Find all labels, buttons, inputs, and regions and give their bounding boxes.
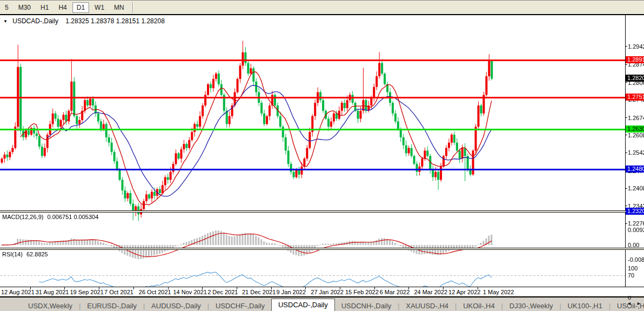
price-tick-label: 1.25420 <box>628 149 644 156</box>
trading-app-window: 5M30H1H4D1W1MN ▼ USDCAD-,Daily 1.28325 1… <box>0 0 644 311</box>
date-label: 26 Oct 2021 <box>139 289 171 295</box>
price-tick-label: 1.26080 <box>628 132 644 138</box>
date-tick-mark <box>133 287 134 289</box>
date-label: 27 Jan 2022 <box>311 289 344 295</box>
chart-tab-bar: USDX,Weekly|EURUSD-,Daily|AUDUSD-,Daily|… <box>0 296 644 311</box>
timeframe-mn-button[interactable]: MN <box>110 2 129 13</box>
level-price-tag: 1.26303 <box>626 125 644 133</box>
tab-xauusd-h4[interactable]: XAUUSD-,H4 <box>399 301 455 311</box>
chart-window: ▼ USDCAD-,Daily 1.28325 1.28378 1.28151 … <box>0 15 644 295</box>
level-price-tag: 1.24800 <box>626 166 644 173</box>
toolbar-separator <box>132 2 133 13</box>
date-label: 15 Feb 2022 <box>345 289 379 295</box>
level-price-tag: 1.27515 <box>626 94 644 101</box>
date-tick-mark <box>271 287 272 289</box>
price-tick-mark <box>625 188 627 189</box>
price-tick-mark <box>625 46 627 47</box>
price-tick-mark <box>625 82 627 83</box>
panel-splitter[interactable] <box>0 210 644 213</box>
level-price-tag: 1.28912 <box>626 56 644 63</box>
price-tick-label: 1.26740 <box>628 115 644 121</box>
price-tick-label: 1.24080 <box>628 185 644 191</box>
tab-usdcnh-daily[interactable]: USDCNH-,Daily <box>335 301 398 311</box>
date-label: 9 Jan 2022 <box>277 289 306 295</box>
timeframe-w1-button[interactable]: W1 <box>90 2 109 13</box>
tab-dj30-weekly[interactable]: DJ30-,Weekly <box>503 301 560 311</box>
date-label: 1 May 2022 <box>483 289 514 295</box>
date-label: 6 Mar 2022 <box>380 289 410 295</box>
date-label: 14 Nov 2021 <box>173 289 207 295</box>
timeframe-m30-button[interactable]: M30 <box>14 2 35 13</box>
price-tick-mark <box>625 153 627 153</box>
date-label: 21 Dec 2021 <box>242 289 276 295</box>
macd-tick-label: 0.009345 <box>628 227 644 233</box>
tab-scroll-left-button[interactable]: ◄ <box>627 301 632 306</box>
date-label: 31 Aug 2021 <box>36 289 69 295</box>
price-tick-mark <box>625 117 627 118</box>
tab-ukoil-h4[interactable]: UKOil-,H4 <box>457 301 501 311</box>
date-label: 2 Dec 2021 <box>207 289 238 295</box>
tab-eurusd-daily[interactable]: EURUSD-,Daily <box>81 301 143 311</box>
price-tick-label: 1.22760 <box>628 220 644 227</box>
macd-tick-label: -0.008902 <box>628 256 644 263</box>
date-tick-mark <box>408 287 409 289</box>
tab-usdchf-daily[interactable]: USDCHF-,Daily <box>209 301 271 311</box>
price-tick-mark <box>625 135 627 135</box>
date-tick-mark <box>168 287 169 289</box>
date-axis: 12 Aug 202131 Aug 202119 Sep 20217 Oct 2… <box>0 287 644 296</box>
date-label: 19 Sep 2021 <box>70 289 103 295</box>
rsi-tick-label: 100 <box>628 265 638 272</box>
tab-uk100-h1[interactable]: UK100-,H1 <box>561 301 609 311</box>
chart-title-row: ▼ USDCAD-,Daily 1.28325 1.28378 1.28151 … <box>3 17 165 25</box>
price-tick-mark <box>625 206 627 206</box>
date-tick-mark <box>237 287 237 289</box>
date-label: 12 Aug 2021 <box>1 289 35 295</box>
timeframe-5-button[interactable]: 5 <box>1 2 13 13</box>
date-tick-mark <box>374 287 375 289</box>
price-tick-mark <box>625 64 627 65</box>
date-tick-mark <box>478 287 478 289</box>
date-label: 7 Oct 2021 <box>104 289 133 295</box>
chart-title: USDCAD-,Daily <box>12 17 58 25</box>
rsi-tick-label: 70 <box>628 272 634 279</box>
timeframe-h1-button[interactable]: H1 <box>36 2 53 13</box>
timeframe-d1-button[interactable]: D1 <box>72 2 89 13</box>
price-tick-label: 1.29420 <box>628 43 644 50</box>
date-tick-mark <box>202 287 203 289</box>
price-tick-mark <box>625 223 627 224</box>
chart-ohlc-readout: 1.28325 1.28378 1.28151 1.28208 <box>65 17 165 25</box>
date-tick-mark <box>30 287 31 289</box>
tab-usdx-weekly[interactable]: USDX,Weekly <box>22 301 79 311</box>
rsi-label: RSI(14) 62.8825 <box>2 251 48 257</box>
tab-scroll-right-button[interactable]: ► <box>636 301 641 306</box>
timeframe-h4-button[interactable]: H4 <box>54 2 71 13</box>
date-tick-mark <box>340 287 340 289</box>
current-price-tag: 1.28208 <box>626 75 644 82</box>
tab-audusd-daily[interactable]: AUDUSD-,Daily <box>145 301 207 311</box>
collapse-arrow-icon[interactable]: ▼ <box>3 19 8 24</box>
date-label: 12 Apr 2022 <box>448 289 480 295</box>
date-tick-mark <box>305 287 306 289</box>
timeframe-toolbar: 5M30H1H4D1W1MN <box>0 1 644 14</box>
main-price-chart[interactable] <box>0 40 625 225</box>
panel-splitter[interactable] <box>0 248 644 250</box>
date-tick-mark <box>443 287 444 289</box>
macd-indicator-chart[interactable] <box>0 227 625 262</box>
level-price-tag: 1.23203 <box>626 208 644 215</box>
date-label: 24 Mar 2022 <box>414 289 447 295</box>
macd-label: MACD(12,26,9) 0.006751 0.005304 <box>2 214 98 220</box>
tab-usdcad-daily[interactable]: USDCAD-,Daily <box>271 299 335 311</box>
date-tick-mark <box>99 287 99 289</box>
date-tick-mark <box>64 287 65 289</box>
